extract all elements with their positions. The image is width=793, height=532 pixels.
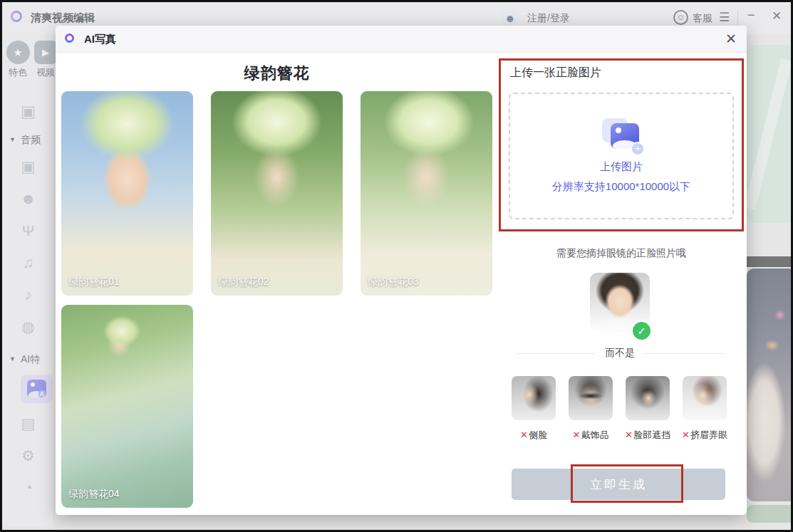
annotation-generate-highlight	[571, 464, 683, 503]
ai-portrait-dialog: AI写真 ✕ 绿韵簪花 绿韵簪花01 绿韵簪花02 绿韵簪花03 绿韵簪花04 …	[56, 26, 747, 515]
bad-example-label: ✕挤眉弄眼	[676, 429, 733, 442]
check-icon: ✓	[631, 320, 653, 342]
sample-label: 绿韵簪花02	[218, 276, 269, 288]
sample-photo-04[interactable]: 绿韵簪花04	[61, 305, 193, 508]
divider: 而不是	[517, 346, 723, 360]
sample-label: 绿韵簪花04	[68, 488, 120, 501]
template-title: 绿韵簪花	[61, 63, 492, 84]
dialog-title: AI写真	[84, 33, 116, 46]
app-logo-icon	[65, 33, 74, 43]
divider-label: 而不是	[605, 347, 635, 360]
bad-example-accessories	[569, 376, 613, 420]
app-window: 清爽视频编辑 ☻ 注册/登录 ☺ 客服 ☰ − ✕ ★ 特色 ▶ 视频 ▣ ▼音…	[0, 0, 793, 532]
cross-icon: ✕	[573, 429, 581, 440]
annotation-upload-highlight	[499, 58, 744, 231]
dialog-header: AI写真 ✕	[56, 26, 747, 53]
bad-example-grimace	[683, 376, 727, 420]
bad-example-occluded	[626, 376, 670, 420]
cross-icon: ✕	[625, 429, 633, 440]
bad-example-label: ✕脸部遮挡	[619, 429, 676, 442]
bad-example-label: ✕侧脸	[505, 429, 562, 442]
sample-label: 绿韵簪花03	[368, 276, 419, 288]
cross-icon: ✕	[682, 429, 690, 440]
bad-example-side-face	[512, 376, 556, 420]
sample-photo-01[interactable]: 绿韵簪花01	[61, 91, 193, 296]
face-photo-tip: 需要您摘掉眼镜的正脸照片哦	[499, 247, 744, 260]
sample-photo-02[interactable]: 绿韵簪花02	[211, 91, 343, 296]
cross-icon: ✕	[520, 429, 528, 440]
sample-photo-03[interactable]: 绿韵簪花03	[361, 91, 492, 296]
sample-label: 绿韵簪花01	[68, 276, 120, 288]
close-dialog-button[interactable]: ✕	[725, 31, 737, 47]
bad-example-label: ✕戴饰品	[562, 429, 619, 442]
